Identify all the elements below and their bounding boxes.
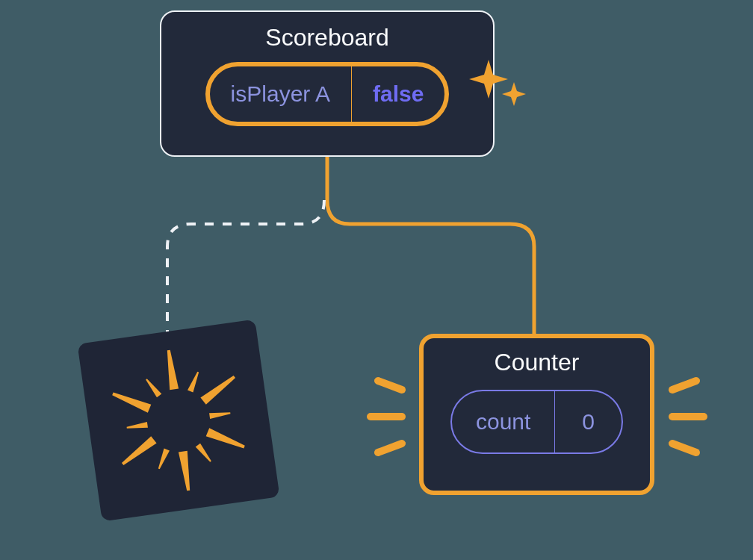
svg-marker-11 [144, 377, 162, 397]
svg-marker-6 [179, 451, 193, 491]
poof-burst-icon [77, 319, 279, 521]
svg-line-15 [672, 381, 696, 390]
counter-title: Counter [495, 349, 580, 376]
scoreboard-state-pill: isPlayer A false [205, 62, 450, 126]
svg-marker-8 [120, 436, 156, 467]
unmounted-counter-node [77, 319, 279, 521]
svg-marker-9 [126, 422, 148, 431]
svg-marker-4 [206, 428, 247, 451]
state-value-label: false [352, 66, 444, 122]
svg-marker-7 [156, 448, 170, 470]
counter-node: Counter count 0 [419, 334, 654, 495]
svg-marker-3 [209, 410, 231, 419]
state-key-label: isPlayer A [210, 66, 352, 122]
state-key-label: count [452, 391, 555, 452]
scoreboard-node: Scoreboard isPlayer A false [160, 10, 495, 157]
svg-marker-0 [164, 349, 179, 390]
svg-marker-5 [196, 444, 214, 464]
svg-line-14 [378, 444, 402, 452]
svg-marker-1 [188, 371, 201, 393]
scoreboard-title: Scoreboard [265, 24, 388, 52]
svg-line-12 [378, 381, 402, 390]
svg-marker-10 [111, 390, 152, 413]
state-value-label: 0 [555, 391, 622, 452]
svg-line-17 [672, 444, 696, 452]
diagram-canvas: Scoreboard isPlayer A false [0, 0, 753, 560]
counter-state-pill: count 0 [450, 390, 623, 454]
svg-marker-2 [200, 373, 237, 405]
